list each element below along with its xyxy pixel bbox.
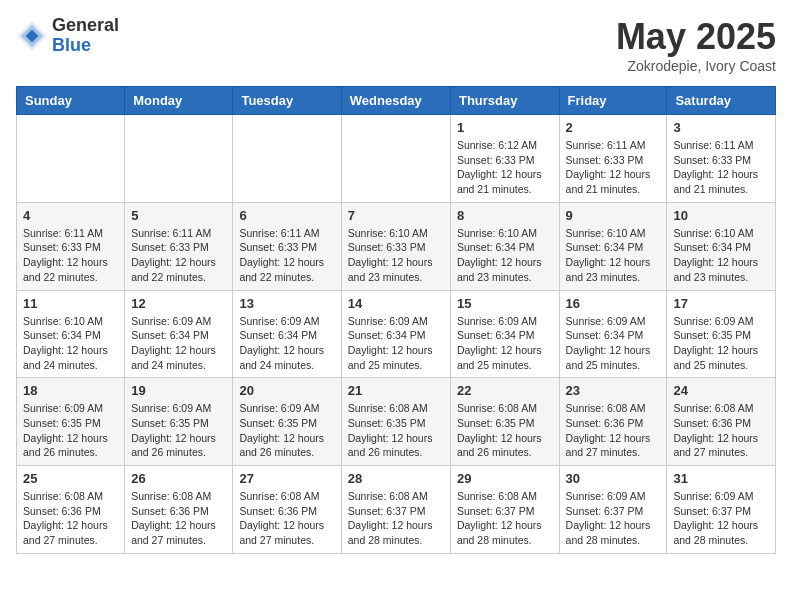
calendar-cell: 20Sunrise: 6:09 AM Sunset: 6:35 PM Dayli…: [233, 378, 341, 466]
day-number: 11: [23, 296, 118, 311]
calendar-cell: 1Sunrise: 6:12 AM Sunset: 6:33 PM Daylig…: [450, 115, 559, 203]
day-number: 19: [131, 383, 226, 398]
weekday-header-monday: Monday: [125, 87, 233, 115]
calendar-cell: [17, 115, 125, 203]
calendar-cell: 25Sunrise: 6:08 AM Sunset: 6:36 PM Dayli…: [17, 466, 125, 554]
week-row-3: 11Sunrise: 6:10 AM Sunset: 6:34 PM Dayli…: [17, 290, 776, 378]
week-row-2: 4Sunrise: 6:11 AM Sunset: 6:33 PM Daylig…: [17, 202, 776, 290]
day-number: 24: [673, 383, 769, 398]
calendar-cell: 31Sunrise: 6:09 AM Sunset: 6:37 PM Dayli…: [667, 466, 776, 554]
day-number: 27: [239, 471, 334, 486]
calendar-cell: 13Sunrise: 6:09 AM Sunset: 6:34 PM Dayli…: [233, 290, 341, 378]
week-row-1: 1Sunrise: 6:12 AM Sunset: 6:33 PM Daylig…: [17, 115, 776, 203]
day-number: 5: [131, 208, 226, 223]
cell-content: Sunrise: 6:09 AM Sunset: 6:35 PM Dayligh…: [673, 314, 769, 373]
day-number: 1: [457, 120, 553, 135]
cell-content: Sunrise: 6:08 AM Sunset: 6:35 PM Dayligh…: [348, 401, 444, 460]
calendar-cell: 22Sunrise: 6:08 AM Sunset: 6:35 PM Dayli…: [450, 378, 559, 466]
cell-content: Sunrise: 6:09 AM Sunset: 6:34 PM Dayligh…: [566, 314, 661, 373]
day-number: 26: [131, 471, 226, 486]
day-number: 7: [348, 208, 444, 223]
title-area: May 2025 Zokrodepie, Ivory Coast: [616, 16, 776, 74]
calendar-cell: [233, 115, 341, 203]
calendar-cell: 26Sunrise: 6:08 AM Sunset: 6:36 PM Dayli…: [125, 466, 233, 554]
weekday-header-friday: Friday: [559, 87, 667, 115]
cell-content: Sunrise: 6:08 AM Sunset: 6:36 PM Dayligh…: [566, 401, 661, 460]
day-number: 16: [566, 296, 661, 311]
calendar-cell: 16Sunrise: 6:09 AM Sunset: 6:34 PM Dayli…: [559, 290, 667, 378]
cell-content: Sunrise: 6:09 AM Sunset: 6:34 PM Dayligh…: [131, 314, 226, 373]
calendar-cell: 4Sunrise: 6:11 AM Sunset: 6:33 PM Daylig…: [17, 202, 125, 290]
calendar-cell: 18Sunrise: 6:09 AM Sunset: 6:35 PM Dayli…: [17, 378, 125, 466]
day-number: 9: [566, 208, 661, 223]
logo-icon: [16, 20, 48, 52]
cell-content: Sunrise: 6:11 AM Sunset: 6:33 PM Dayligh…: [131, 226, 226, 285]
cell-content: Sunrise: 6:08 AM Sunset: 6:37 PM Dayligh…: [348, 489, 444, 548]
cell-content: Sunrise: 6:08 AM Sunset: 6:36 PM Dayligh…: [239, 489, 334, 548]
day-number: 25: [23, 471, 118, 486]
cell-content: Sunrise: 6:09 AM Sunset: 6:35 PM Dayligh…: [239, 401, 334, 460]
day-number: 15: [457, 296, 553, 311]
cell-content: Sunrise: 6:08 AM Sunset: 6:37 PM Dayligh…: [457, 489, 553, 548]
day-number: 30: [566, 471, 661, 486]
cell-content: Sunrise: 6:09 AM Sunset: 6:34 PM Dayligh…: [239, 314, 334, 373]
weekday-header-tuesday: Tuesday: [233, 87, 341, 115]
day-number: 8: [457, 208, 553, 223]
day-number: 29: [457, 471, 553, 486]
cell-content: Sunrise: 6:09 AM Sunset: 6:37 PM Dayligh…: [566, 489, 661, 548]
calendar-cell: 5Sunrise: 6:11 AM Sunset: 6:33 PM Daylig…: [125, 202, 233, 290]
logo-blue: Blue: [52, 36, 119, 56]
cell-content: Sunrise: 6:08 AM Sunset: 6:36 PM Dayligh…: [23, 489, 118, 548]
cell-content: Sunrise: 6:11 AM Sunset: 6:33 PM Dayligh…: [673, 138, 769, 197]
calendar-cell: 24Sunrise: 6:08 AM Sunset: 6:36 PM Dayli…: [667, 378, 776, 466]
day-number: 14: [348, 296, 444, 311]
day-number: 4: [23, 208, 118, 223]
cell-content: Sunrise: 6:11 AM Sunset: 6:33 PM Dayligh…: [23, 226, 118, 285]
weekday-header-wednesday: Wednesday: [341, 87, 450, 115]
calendar-cell: 27Sunrise: 6:08 AM Sunset: 6:36 PM Dayli…: [233, 466, 341, 554]
page-header: General Blue May 2025 Zokrodepie, Ivory …: [16, 16, 776, 74]
month-title: May 2025: [616, 16, 776, 58]
day-number: 23: [566, 383, 661, 398]
calendar-cell: 7Sunrise: 6:10 AM Sunset: 6:33 PM Daylig…: [341, 202, 450, 290]
cell-content: Sunrise: 6:11 AM Sunset: 6:33 PM Dayligh…: [566, 138, 661, 197]
calendar-cell: [341, 115, 450, 203]
day-number: 31: [673, 471, 769, 486]
weekday-header-sunday: Sunday: [17, 87, 125, 115]
cell-content: Sunrise: 6:10 AM Sunset: 6:34 PM Dayligh…: [566, 226, 661, 285]
cell-content: Sunrise: 6:09 AM Sunset: 6:34 PM Dayligh…: [457, 314, 553, 373]
cell-content: Sunrise: 6:09 AM Sunset: 6:35 PM Dayligh…: [131, 401, 226, 460]
calendar-cell: 6Sunrise: 6:11 AM Sunset: 6:33 PM Daylig…: [233, 202, 341, 290]
day-number: 6: [239, 208, 334, 223]
cell-content: Sunrise: 6:08 AM Sunset: 6:36 PM Dayligh…: [131, 489, 226, 548]
weekday-header-row: SundayMondayTuesdayWednesdayThursdayFrid…: [17, 87, 776, 115]
calendar-cell: 9Sunrise: 6:10 AM Sunset: 6:34 PM Daylig…: [559, 202, 667, 290]
calendar-cell: 21Sunrise: 6:08 AM Sunset: 6:35 PM Dayli…: [341, 378, 450, 466]
weekday-header-saturday: Saturday: [667, 87, 776, 115]
calendar-cell: 30Sunrise: 6:09 AM Sunset: 6:37 PM Dayli…: [559, 466, 667, 554]
cell-content: Sunrise: 6:09 AM Sunset: 6:34 PM Dayligh…: [348, 314, 444, 373]
calendar-cell: 28Sunrise: 6:08 AM Sunset: 6:37 PM Dayli…: [341, 466, 450, 554]
calendar-cell: [125, 115, 233, 203]
calendar-cell: 8Sunrise: 6:10 AM Sunset: 6:34 PM Daylig…: [450, 202, 559, 290]
location: Zokrodepie, Ivory Coast: [616, 58, 776, 74]
day-number: 22: [457, 383, 553, 398]
calendar-cell: 10Sunrise: 6:10 AM Sunset: 6:34 PM Dayli…: [667, 202, 776, 290]
calendar-cell: 23Sunrise: 6:08 AM Sunset: 6:36 PM Dayli…: [559, 378, 667, 466]
cell-content: Sunrise: 6:09 AM Sunset: 6:37 PM Dayligh…: [673, 489, 769, 548]
day-number: 18: [23, 383, 118, 398]
weekday-header-thursday: Thursday: [450, 87, 559, 115]
day-number: 17: [673, 296, 769, 311]
week-row-5: 25Sunrise: 6:08 AM Sunset: 6:36 PM Dayli…: [17, 466, 776, 554]
day-number: 13: [239, 296, 334, 311]
day-number: 28: [348, 471, 444, 486]
calendar-cell: 14Sunrise: 6:09 AM Sunset: 6:34 PM Dayli…: [341, 290, 450, 378]
calendar-cell: 11Sunrise: 6:10 AM Sunset: 6:34 PM Dayli…: [17, 290, 125, 378]
day-number: 20: [239, 383, 334, 398]
cell-content: Sunrise: 6:12 AM Sunset: 6:33 PM Dayligh…: [457, 138, 553, 197]
logo-general: General: [52, 16, 119, 36]
cell-content: Sunrise: 6:10 AM Sunset: 6:33 PM Dayligh…: [348, 226, 444, 285]
week-row-4: 18Sunrise: 6:09 AM Sunset: 6:35 PM Dayli…: [17, 378, 776, 466]
calendar-table: SundayMondayTuesdayWednesdayThursdayFrid…: [16, 86, 776, 554]
cell-content: Sunrise: 6:08 AM Sunset: 6:36 PM Dayligh…: [673, 401, 769, 460]
